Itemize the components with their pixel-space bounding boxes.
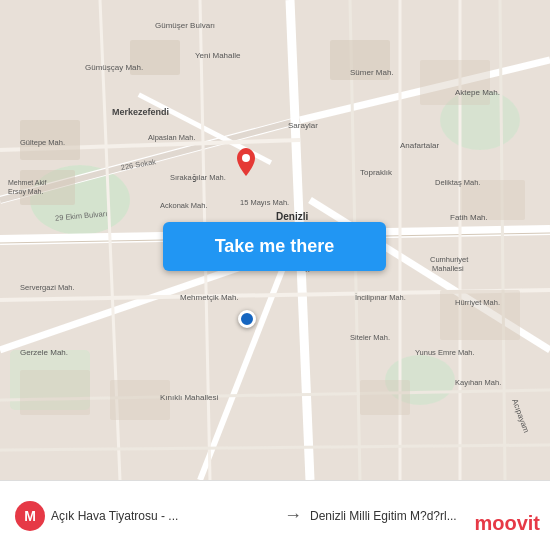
svg-text:Kınıklı Mahallesi: Kınıklı Mahallesi — [160, 393, 218, 402]
moovit-logo: moovit — [474, 512, 540, 535]
svg-text:Sırakaǧılar Mah.: Sırakaǧılar Mah. — [170, 173, 226, 182]
svg-text:Gümüşer Bulvarı: Gümüşer Bulvarı — [155, 21, 215, 30]
route-from: Açık Hava Tiyatrosu - ... — [51, 509, 276, 523]
svg-text:Mehmet Akif: Mehmet Akif — [8, 179, 47, 186]
svg-text:Fatih Mah.: Fatih Mah. — [450, 213, 488, 222]
route-arrow: → — [284, 505, 302, 526]
svg-text:Deliktaş Mah.: Deliktaş Mah. — [435, 178, 480, 187]
svg-text:Cumhuriyet: Cumhuriyet — [430, 255, 469, 264]
moovit-app-name: moovit — [474, 512, 540, 535]
map-container: Gümüşer Bulvarı Gümüşçay Mah. Yeni Mahal… — [0, 0, 550, 480]
svg-text:İncilipınar Mah.: İncilipınar Mah. — [355, 293, 406, 302]
svg-text:Hürriyet Mah.: Hürriyet Mah. — [455, 298, 500, 307]
svg-text:Alpaslan Mah.: Alpaslan Mah. — [148, 133, 196, 142]
svg-text:Gültepe Mah.: Gültepe Mah. — [20, 138, 65, 147]
svg-text:Ackonak Mah.: Ackonak Mah. — [160, 201, 208, 210]
svg-text:Topraklık: Topraklık — [360, 168, 393, 177]
svg-rect-32 — [20, 370, 90, 415]
svg-rect-34 — [360, 380, 410, 415]
svg-text:Aktepe Mah.: Aktepe Mah. — [455, 88, 500, 97]
svg-text:Sümer Mah.: Sümer Mah. — [350, 68, 394, 77]
svg-point-69 — [242, 154, 250, 162]
current-location-dot — [238, 310, 256, 328]
take-me-there-button[interactable]: Take me there — [163, 222, 386, 271]
svg-text:Yeni Mahalle: Yeni Mahalle — [195, 51, 241, 60]
svg-text:Servergazi Mah.: Servergazi Mah. — [20, 283, 75, 292]
svg-text:Kayıhan Mah.: Kayıhan Mah. — [455, 378, 501, 387]
svg-text:Ersoy Mah.: Ersoy Mah. — [8, 188, 43, 196]
moovit-icon: M — [15, 501, 45, 531]
svg-text:15 Mayıs Mah.: 15 Mayıs Mah. — [240, 198, 289, 207]
destination-pin — [235, 148, 257, 176]
svg-text:Denizli: Denizli — [276, 211, 308, 222]
svg-text:Siteler Mah.: Siteler Mah. — [350, 333, 390, 342]
svg-text:Mehmetçik Mah.: Mehmetçik Mah. — [180, 293, 239, 302]
route-info: M Açık Hava Tiyatrosu - ... → Denizli Mi… — [10, 501, 540, 531]
svg-text:Gümüşçay Mah.: Gümüşçay Mah. — [85, 63, 143, 72]
svg-text:Mahallesi: Mahallesi — [432, 264, 464, 273]
svg-text:Gerzele Mah.: Gerzele Mah. — [20, 348, 68, 357]
svg-text:Yunus Emre Mah.: Yunus Emre Mah. — [415, 348, 475, 357]
svg-text:Anafartalar: Anafartalar — [400, 141, 439, 150]
svg-rect-29 — [420, 60, 490, 105]
svg-text:Merkezefendi: Merkezefendi — [112, 107, 169, 117]
bottom-bar: M Açık Hava Tiyatrosu - ... → Denizli Mi… — [0, 480, 550, 550]
svg-text:Saraylar: Saraylar — [288, 121, 318, 130]
